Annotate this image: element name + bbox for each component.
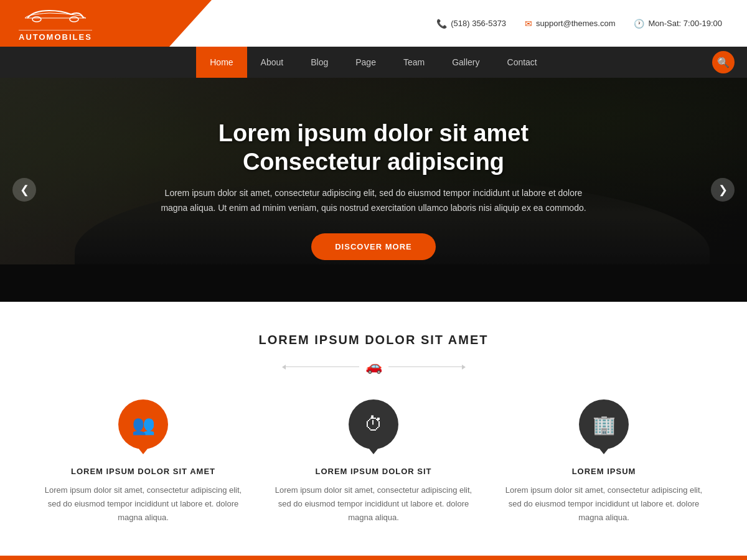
nav-item-about[interactable]: About — [247, 47, 298, 78]
divider-line-right — [388, 366, 463, 367]
features-title: LOREM IPSUM DOLOR SIT AMET — [37, 333, 710, 347]
feature-heading-3: LOREM IPSUM — [572, 467, 636, 476]
footer: Automobile Wordpress Theme. — [0, 556, 747, 560]
nav-item-blog[interactable]: Blog — [297, 47, 342, 78]
feature-icon-wrap-1: 👥 — [118, 399, 168, 449]
feature-text-1: Lorem ipsum dolor sit amet, consectetur … — [37, 483, 249, 525]
timer-icon: ⏱ — [364, 414, 383, 435]
email-icon: ✉ — [525, 19, 532, 29]
discover-more-button[interactable]: DISCOVER MORE — [311, 233, 436, 260]
email-contact: ✉ support@themes.com — [525, 19, 615, 29]
feature-card-3: 🏢 LOREM IPSUM Lorem ipsum dolor sit amet… — [498, 399, 710, 525]
phone-number: (518) 356-5373 — [451, 19, 506, 28]
logo-title: AUTOMOBILES — [19, 30, 92, 42]
team-icon: 👥 — [132, 414, 155, 436]
hero-content: Lorem ipsum dolor sit amet Consectetur a… — [156, 119, 591, 260]
feature-card-2: ⏱ LOREM IPSUM DOLOR SIT Lorem ipsum dolo… — [268, 399, 479, 525]
hours-text: Mon-Sat: 7:00-19:00 — [648, 19, 722, 28]
navbar: Home About Blog Page Team Gallery Contac… — [0, 47, 747, 78]
divider-line-left — [284, 366, 359, 367]
hero-next-button[interactable]: ❯ — [711, 178, 735, 202]
feature-heading-1: LOREM IPSUM DOLOR SIT AMET — [71, 467, 215, 476]
email-address: support@themes.com — [536, 19, 615, 28]
features-grid: 👥 LOREM IPSUM DOLOR SIT AMET Lorem ipsum… — [37, 399, 710, 525]
hours-contact: 🕐 Mon-Sat: 7:00-19:00 — [634, 19, 722, 29]
search-button[interactable]: 🔍 — [712, 51, 735, 73]
nav-item-page[interactable]: Page — [342, 47, 390, 78]
feature-card-1: 👥 LOREM IPSUM DOLOR SIT AMET Lorem ipsum… — [37, 399, 249, 525]
logo-car-icon — [21, 6, 90, 29]
chevron-left-icon: ❮ — [20, 183, 29, 197]
svg-point-0 — [32, 17, 41, 22]
svg-point-1 — [70, 17, 78, 22]
hero-section: Lorem ipsum dolor sit amet Consectetur a… — [0, 78, 747, 302]
chevron-right-icon: ❯ — [718, 183, 728, 197]
feature-icon-wrap-3: 🏢 — [579, 399, 629, 449]
nav-item-gallery[interactable]: Gallery — [438, 47, 493, 78]
feature-icon-wrap-2: ⏱ — [349, 399, 398, 449]
hero-title: Lorem ipsum dolor sit amet Consectetur a… — [156, 119, 591, 176]
top-bar: AUTOMOBILES 📞 (518) 356-5373 ✉ support@t… — [0, 0, 747, 47]
phone-contact: 📞 (518) 356-5373 — [436, 19, 506, 29]
nav-item-contact[interactable]: Contact — [494, 47, 551, 78]
search-icon: 🔍 — [717, 57, 730, 68]
feature-text-3: Lorem ipsum dolor sit amet, consectetur … — [498, 483, 710, 525]
feature-text-2: Lorem ipsum dolor sit amet, consectetur … — [268, 483, 479, 525]
hero-subtitle: Lorem ipsum dolor sit amet, consectetur … — [156, 186, 591, 216]
logo[interactable]: AUTOMOBILES — [0, 0, 212, 47]
building-icon: 🏢 — [593, 414, 616, 436]
features-divider: 🚗 — [37, 358, 710, 375]
nav-item-team[interactable]: Team — [390, 47, 438, 78]
clock-icon: 🕐 — [634, 19, 644, 29]
nav-links: Home About Blog Page Team Gallery Contac… — [196, 47, 551, 78]
hero-prev-button[interactable]: ❮ — [12, 178, 36, 202]
feature-heading-2: LOREM IPSUM DOLOR SIT — [315, 467, 431, 476]
phone-icon: 📞 — [436, 19, 447, 29]
features-section: LOREM IPSUM DOLOR SIT AMET 🚗 👥 LOREM IPS… — [0, 302, 747, 556]
car-divider-icon: 🚗 — [365, 358, 382, 375]
nav-item-home[interactable]: Home — [196, 47, 247, 78]
